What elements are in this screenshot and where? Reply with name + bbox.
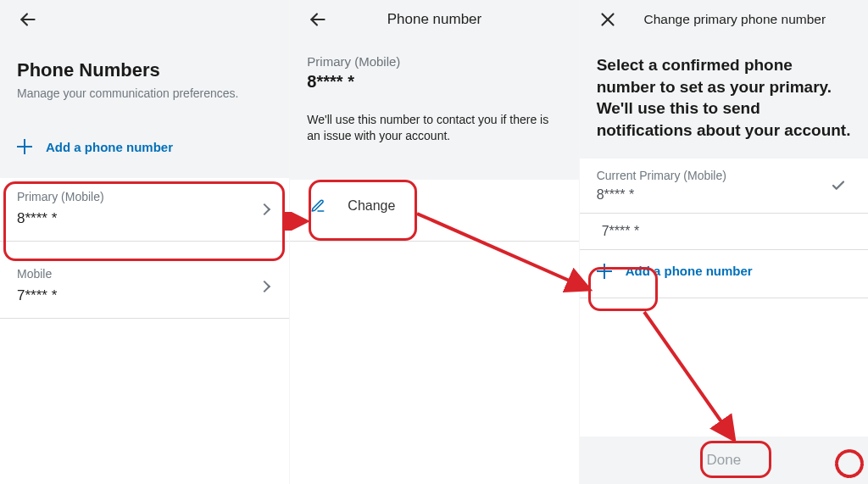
add-phone-link[interactable]: Add a phone number <box>17 139 272 154</box>
watermark-logo <box>832 447 866 481</box>
phone-option-row[interactable]: 7**** * <box>580 214 868 250</box>
plus-icon <box>17 139 32 154</box>
primary-label: Primary (Mobile) <box>307 54 561 69</box>
primary-value: 8**** * <box>307 72 561 92</box>
current-primary-label: Current Primary (Mobile) <box>597 169 851 182</box>
page-title: Phone Numbers <box>17 59 272 81</box>
phone-row-mobile[interactable]: Mobile 7**** * <box>0 255 289 319</box>
plus-icon <box>597 264 612 279</box>
back-arrow-icon[interactable] <box>307 8 329 31</box>
current-primary-row[interactable]: Current Primary (Mobile) 8**** * <box>580 159 868 214</box>
phone-option-value: 7**** * <box>597 222 644 241</box>
add-phone-label: Add a phone number <box>46 140 173 154</box>
change-button[interactable]: Change <box>307 192 420 220</box>
check-icon <box>831 178 846 193</box>
current-primary-value: 8**** * <box>597 187 851 203</box>
primary-note: We'll use this number to contact you if … <box>307 112 561 144</box>
pencil-icon <box>310 198 326 214</box>
add-phone-link[interactable]: Add a phone number <box>580 250 868 298</box>
phone-row-primary[interactable]: Primary (Mobile) 8**** * <box>0 178 289 242</box>
page-subtitle: Manage your communication preferences. <box>17 86 272 100</box>
screen-phone-numbers: Phone Numbers Manage your communication … <box>0 0 289 484</box>
add-phone-label: Add a phone number <box>626 264 753 278</box>
change-button-row: Change <box>290 180 578 242</box>
phone-row-value: 8**** * <box>17 210 272 227</box>
screen-phone-detail: Phone number Primary (Mobile) 8**** * We… <box>289 0 578 484</box>
screen-title: Change primary phone number <box>619 12 851 27</box>
back-arrow-icon[interactable] <box>17 8 39 31</box>
done-button[interactable]: Done <box>692 448 757 472</box>
phone-row-value: 7**** * <box>17 287 272 304</box>
close-icon[interactable] <box>597 8 619 31</box>
change-label: Change <box>348 198 395 214</box>
svg-point-3 <box>832 447 866 481</box>
screen-change-primary: Change primary phone number Select a con… <box>579 0 868 484</box>
phone-row-label: Primary (Mobile) <box>17 190 272 203</box>
chevron-right-icon <box>260 202 269 217</box>
phone-row-label: Mobile <box>17 267 272 281</box>
change-primary-prompt: Select a confirmed phone number to set a… <box>597 54 851 142</box>
done-bar: Done <box>580 437 868 484</box>
screen-title: Phone number <box>329 11 539 28</box>
chevron-right-icon <box>260 279 269 294</box>
